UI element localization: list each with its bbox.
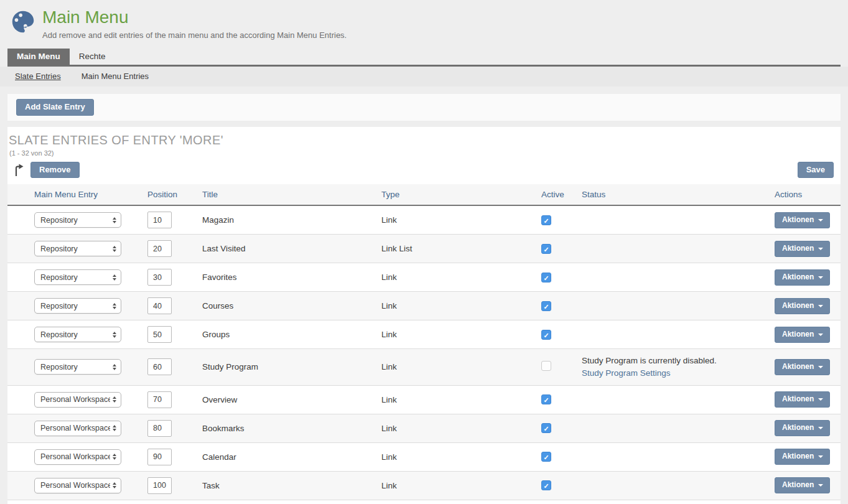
row-status-cell	[582, 385, 775, 414]
actions-dropdown-button[interactable]: Aktionen	[775, 477, 830, 493]
row-status-cell	[582, 235, 775, 263]
select-stepper-icon	[113, 396, 116, 403]
row-type-cell: Link List	[381, 235, 541, 263]
subtab-slate-entries[interactable]: Slate Entries	[15, 72, 61, 81]
row-actions-cell: Aktionen	[775, 385, 841, 414]
actions-dropdown-button[interactable]: Aktionen	[775, 420, 830, 436]
actions-dropdown-button[interactable]: Aktionen	[775, 241, 830, 256]
table-row: Personal Workspace Portfolios Link Aktio…	[7, 500, 841, 504]
actions-dropdown-button[interactable]: Aktionen	[775, 269, 830, 285]
row-status-cell	[582, 442, 775, 471]
row-actions-cell: Aktionen	[775, 263, 841, 292]
tab-main-menu[interactable]: Main Menu	[7, 49, 70, 65]
row-active-cell	[541, 349, 582, 385]
main-menu-entry-select[interactable]: Repository	[34, 359, 121, 375]
position-input[interactable]	[147, 297, 172, 314]
row-position-cell	[147, 385, 202, 414]
table-row: Repository Courses Link Aktionen	[7, 292, 841, 320]
actions-dropdown-button[interactable]: Aktionen	[775, 212, 830, 228]
column-header-title: Title	[202, 184, 381, 205]
actions-dropdown-button[interactable]: Aktionen	[775, 298, 830, 314]
add-slate-entry-button[interactable]: Add Slate Entry	[16, 99, 94, 116]
active-checkbox[interactable]	[541, 273, 551, 282]
position-input[interactable]	[147, 358, 172, 375]
position-input[interactable]	[147, 240, 172, 257]
entry-title: Favorites	[202, 273, 237, 282]
row-active-cell	[541, 385, 582, 414]
status-text: Study Program is currently disabled.	[582, 355, 775, 367]
status-link[interactable]: Study Program Settings	[582, 367, 671, 380]
main-menu-entry-select[interactable]: Personal Workspace	[34, 449, 121, 465]
row-status-cell	[582, 263, 775, 292]
main-menu-entry-select[interactable]: Personal Workspace	[34, 421, 121, 436]
row-status-cell	[582, 320, 775, 349]
row-title-cell: Favorites	[202, 263, 381, 292]
main-menu-entry-select[interactable]: Personal Workspace	[34, 478, 121, 493]
table-row: Repository Groups Link Aktionen	[7, 320, 841, 349]
table-row: Personal Workspace Calendar Link Aktione…	[7, 442, 841, 471]
row-title-cell: Groups	[202, 320, 381, 349]
save-button[interactable]: Save	[798, 162, 834, 179]
active-checkbox[interactable]	[541, 452, 551, 462]
main-menu-entry-select[interactable]: Repository	[34, 212, 121, 228]
subtab-bar: Slate Entries Main Menu Entries	[0, 67, 848, 86]
row-active-cell	[541, 263, 582, 292]
row-entry-cell: Repository	[34, 263, 147, 292]
active-checkbox[interactable]	[541, 215, 551, 225]
actions-dropdown-button[interactable]: Aktionen	[775, 391, 830, 407]
tab-rechte[interactable]: Rechte	[70, 49, 115, 65]
entry-title: Study Program	[202, 362, 258, 371]
row-title-cell: Overview	[202, 385, 381, 414]
position-input[interactable]	[147, 326, 172, 343]
row-entry-cell: Repository	[34, 292, 147, 320]
active-checkbox[interactable]	[541, 423, 551, 433]
active-checkbox[interactable]	[541, 361, 551, 371]
entry-type: Link	[381, 481, 397, 490]
caret-down-icon	[818, 398, 823, 401]
active-checkbox[interactable]	[541, 244, 551, 254]
position-input[interactable]	[147, 420, 172, 437]
actions-dropdown-button[interactable]: Aktionen	[775, 449, 830, 464]
result-count: (1 - 32 von 32)	[7, 147, 841, 157]
caret-down-icon	[818, 305, 823, 307]
row-title-cell: Task	[202, 471, 381, 500]
position-input[interactable]	[147, 212, 172, 228]
subtab-main-menu-entries[interactable]: Main Menu Entries	[82, 72, 149, 81]
main-menu-entry-select[interactable]: Personal Workspace	[34, 392, 121, 408]
position-input[interactable]	[147, 391, 172, 408]
main-menu-entry-select-value: Personal Workspace	[40, 395, 110, 404]
active-checkbox[interactable]	[541, 330, 551, 340]
actions-dropdown-button[interactable]: Aktionen	[775, 327, 830, 342]
row-position-cell	[147, 500, 202, 504]
main-menu-entry-select[interactable]: Repository	[34, 269, 121, 285]
entry-title: Task	[202, 481, 220, 490]
table-row: Repository Study Program Link Study Prog…	[7, 349, 841, 385]
active-checkbox[interactable]	[541, 394, 551, 404]
actions-dropdown-button[interactable]: Aktionen	[775, 359, 830, 375]
row-entry-cell: Personal Workspace	[34, 471, 147, 500]
caret-down-icon	[818, 334, 823, 336]
row-active-cell	[541, 500, 582, 504]
row-status-cell	[582, 471, 775, 500]
row-actions-cell: Aktionen	[775, 471, 841, 500]
row-entry-cell: Personal Workspace	[34, 385, 147, 414]
main-menu-entry-select-value: Repository	[40, 273, 78, 282]
position-input[interactable]	[147, 449, 172, 465]
main-menu-entry-select[interactable]: Repository	[34, 241, 121, 256]
column-header-actions: Actions	[775, 184, 841, 205]
entry-title: Groups	[202, 330, 230, 339]
main-menu-entry-select[interactable]: Repository	[34, 298, 121, 314]
position-input[interactable]	[147, 269, 172, 286]
remove-button[interactable]: Remove	[30, 162, 80, 179]
active-checkbox[interactable]	[541, 480, 551, 490]
main-menu-entry-select[interactable]: Repository	[34, 327, 121, 342]
page-header: Main Menu Add remove and edit entries of…	[0, 0, 848, 46]
row-active-cell	[541, 235, 582, 263]
row-status-cell	[582, 292, 775, 320]
position-input[interactable]	[147, 477, 172, 494]
row-entry-cell: Personal Workspace	[34, 500, 147, 504]
main-menu-entry-select-value: Personal Workspace	[40, 424, 110, 432]
caret-down-icon	[818, 276, 823, 279]
row-active-cell	[541, 442, 582, 471]
active-checkbox[interactable]	[541, 301, 551, 311]
